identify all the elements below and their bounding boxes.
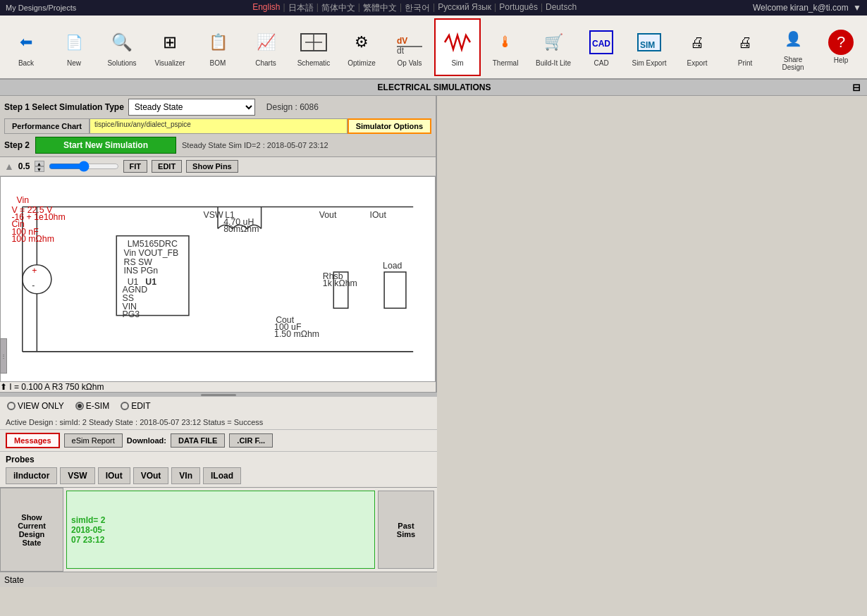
toolbar-optimize[interactable]: ⚙ Optimize: [338, 18, 385, 76]
window-controls[interactable]: ⊟: [852, 82, 865, 93]
svg-text:PG3: PG3: [122, 309, 140, 319]
toolbar-thermal[interactable]: 🌡 Thermal: [482, 18, 529, 76]
toolbar-bom[interactable]: 📋 BOM: [195, 18, 241, 76]
active-design-info: Active Design : simId: 2 Steady State : …: [0, 415, 437, 430]
language-selector[interactable]: English | 日本語 | 简体中文 | 繁體中文 | 한국어 | Русс…: [252, 2, 577, 14]
toolbar-schematic[interactable]: Schematic: [290, 18, 337, 76]
messages-button[interactable]: Messages: [6, 433, 60, 448]
svg-text:CAD: CAD: [592, 39, 610, 49]
svg-text:VSW: VSW: [203, 210, 223, 220]
toolbar-help[interactable]: ? Help: [818, 18, 864, 76]
toolbar-buildit[interactable]: 🛒 Build-It Lite: [530, 18, 577, 76]
probe-buttons: iInductor VSW IOut VOut VIn ILoad: [6, 467, 431, 484]
toolbar-opvals[interactable]: dVdt Op Vals: [386, 18, 433, 76]
schematic-area[interactable]: + - Vin V = 22.5 V -16 + 1e10hm Cin 100 …: [0, 176, 436, 382]
cad-label: CAD: [594, 59, 609, 67]
past-sims-button[interactable]: PastSims: [378, 491, 434, 569]
sim-type-select[interactable]: Steady State Transient AC Analysis: [128, 99, 255, 116]
back-icon: ⬅: [11, 27, 42, 58]
sim-state-display: simId= 2 2018-05- 07 23:12: [66, 491, 375, 569]
svg-text:U1: U1: [145, 277, 156, 287]
toolbar-simexport[interactable]: SIM Sim Export: [626, 18, 672, 76]
probe-iinductor[interactable]: iInductor: [6, 467, 57, 484]
breadcrumb[interactable]: My Designs/Projects: [6, 4, 76, 12]
lang-japanese[interactable]: 日本語: [288, 2, 314, 14]
download-label: Download:: [127, 436, 166, 445]
cir-file-button[interactable]: .CIR F...: [229, 433, 273, 448]
probe-vout[interactable]: VOut: [133, 467, 169, 484]
toolbar-share[interactable]: 👤 Share Design: [770, 18, 816, 76]
solutions-icon: 🔍: [106, 27, 137, 58]
show-pins-button[interactable]: Show Pins: [186, 160, 238, 173]
simulator-options-btn[interactable]: Simulator Options: [348, 118, 431, 134]
tabs-row: Performance Chart tispice/linux/any/dial…: [4, 118, 431, 134]
svg-text:-: -: [32, 281, 35, 290]
state-label: State: [4, 575, 24, 585]
probe-iload[interactable]: ILoad: [203, 467, 241, 484]
svg-text:dV: dV: [397, 36, 407, 46]
step2-row: Step 2 Start New Simulation Steady State…: [4, 137, 431, 154]
panel-resize-handle[interactable]: ⋮: [0, 338, 7, 374]
share-icon: 👤: [777, 23, 808, 54]
simexport-icon: SIM: [634, 27, 665, 58]
performance-chart-tab[interactable]: Performance Chart: [4, 118, 90, 134]
svg-text:1k kΩhm: 1k kΩhm: [323, 278, 357, 288]
lang-russian[interactable]: Русский Язык: [438, 2, 491, 14]
lang-english[interactable]: English: [252, 2, 280, 14]
lang-portuguese[interactable]: Português: [499, 2, 538, 14]
svg-text:Load: Load: [383, 261, 402, 271]
visualizer-icon: ⊞: [154, 27, 185, 58]
toolbar-print[interactable]: 🖨 Print: [722, 18, 768, 76]
toolbar-charts[interactable]: 📈 Charts: [242, 18, 289, 76]
main-toolbar: ⬅ Back 📄 New 🔍 Solutions ⊞ Visualizer 📋 …: [0, 16, 867, 79]
data-file-button[interactable]: DATA FILE: [171, 433, 225, 448]
show-current-design-state-button[interactable]: ShowCurrentDesignState: [0, 488, 63, 572]
probe-vsw[interactable]: VSW: [60, 467, 94, 484]
step-controls: Step 1 Select Simulation Type Steady Sta…: [0, 96, 436, 157]
toolbar-export[interactable]: 🖨 Export: [674, 18, 720, 76]
print-label: Print: [738, 59, 753, 67]
left-panel: Step 1 Select Simulation Type Steady Sta…: [0, 96, 437, 392]
zoom-slider[interactable]: [49, 161, 119, 172]
state-bar-left: State: [0, 572, 437, 587]
radio-esim[interactable]: E-SIM: [75, 401, 109, 411]
scroll-indicator: [201, 394, 236, 396]
svg-text:100 mΩhm: 100 mΩhm: [11, 234, 54, 244]
start-simulation-button[interactable]: Start New Simulation: [35, 137, 176, 154]
left-bottom: VIEW ONLY E-SIM EDIT Active Design : sim…: [0, 392, 437, 587]
lang-deutsch[interactable]: Deutsch: [546, 2, 577, 14]
resize-dots-icon: ⋮: [1, 353, 6, 359]
filepath-display: tispice/linux/any/dialect_pspice: [90, 118, 348, 134]
spin-up[interactable]: ▲: [35, 161, 44, 166]
opvals-label: Op Vals: [398, 59, 422, 67]
probes-section: Probes iInductor VSW IOut VOut VIn ILoad: [0, 452, 437, 487]
spin-control[interactable]: ▲ ▼: [35, 161, 44, 172]
visualizer-label: Visualizer: [154, 59, 185, 67]
toolbar-new[interactable]: 📄 New: [51, 18, 97, 76]
radio-edit[interactable]: EDIT: [121, 401, 150, 411]
toolbar-back[interactable]: ⬅ Back: [3, 18, 49, 76]
toolbar-sim[interactable]: Sim: [434, 18, 481, 76]
lang-traditional-chinese[interactable]: 繁體中文: [363, 2, 397, 14]
main-layout: Step 1 Select Simulation Type Steady Sta…: [0, 96, 867, 616]
radio-view-only[interactable]: VIEW ONLY: [7, 401, 64, 411]
svg-text:Vout: Vout: [319, 210, 337, 220]
svg-text:1.50 mΩhm: 1.50 mΩhm: [274, 329, 319, 339]
toolbar-visualizer[interactable]: ⊞ Visualizer: [147, 18, 193, 76]
export-label: Export: [687, 59, 708, 67]
spin-down[interactable]: ▼: [35, 166, 44, 172]
esim-report-button[interactable]: eSim Report: [64, 433, 123, 448]
fit-button[interactable]: FIT: [123, 160, 148, 173]
probe-iout[interactable]: IOut: [98, 467, 130, 484]
slider-triangle: ▲: [4, 161, 14, 172]
edit-button[interactable]: EDIT: [152, 160, 182, 173]
step1-label: Step 1 Select Simulation Type: [4, 102, 124, 112]
toolbar-cad[interactable]: CAD CAD: [578, 18, 625, 76]
lang-simplified-chinese[interactable]: 简体中文: [321, 2, 355, 14]
charts-icon: 📈: [250, 27, 281, 58]
toolbar-solutions[interactable]: 🔍 Solutions: [99, 18, 145, 76]
buildit-label: Build-It Lite: [536, 59, 571, 67]
svg-text:LM5165DRC: LM5165DRC: [128, 239, 178, 249]
probe-vin[interactable]: VIn: [171, 467, 200, 484]
lang-korean[interactable]: 한국어: [405, 2, 430, 14]
